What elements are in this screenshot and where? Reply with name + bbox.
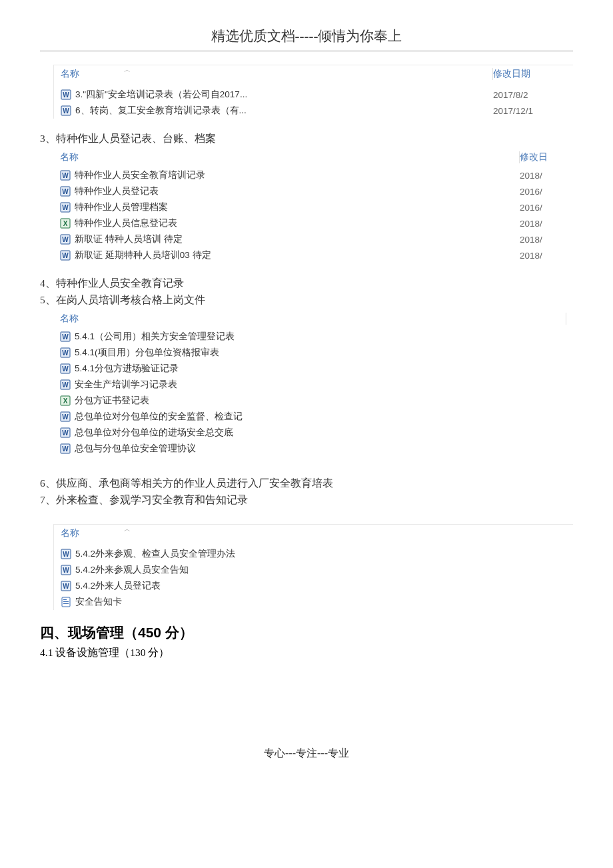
file-list-header: 名称 ︿ 修改日期 [54,65,573,87]
column-header-name[interactable]: 名称 ︿ [61,68,492,80]
file-row[interactable]: 特种作业人员登记表 2016/ [53,183,573,199]
file-name-cell: 特种作业人员管理档案 [60,201,520,213]
file-rows-2: 特种作业人员安全教育培训记录 2018/ 特种作业人员登记表 2016/ 特种作… [53,167,573,263]
file-name-cell: 5.4.2外来参观人员安全告知 [61,564,566,576]
file-row[interactable]: 5.4.1(项目用）分包单位资格报审表 [53,345,573,361]
file-name-text: 分包方证书登记表 [75,395,149,407]
file-name-text: 6、转岗、复工安全教育培训记录表（有... [75,105,247,117]
word-icon [60,427,71,438]
file-name-text: 特种作业人员信息登记表 [75,217,177,229]
section-item-5: 5、在岗人员培训考核合格上岗文件 [40,293,573,307]
column-header-date[interactable]: 修改日 [520,151,566,163]
section-item-3: 3、特种作业人员登记表、台账、档案 [40,132,573,146]
excel-icon [60,218,71,229]
file-name-text: 5.4.1(项目用）分包单位资格报审表 [75,347,219,359]
word-icon [61,581,71,591]
file-name-text: 5.4.1分包方进场验证记录 [75,363,179,375]
file-row[interactable]: 3."四新"安全培训记录表（若公司自2017... 2017/8/2 [54,87,573,103]
file-row[interactable]: 总包单位对分包单位的安全监督、检查记 [53,409,573,425]
file-name-text: 5.4.1（公司用）相关方安全管理登记表 [75,331,235,343]
file-row[interactable]: 总包单位对分包单位的进场安全总交底 [53,425,573,441]
word-icon [61,105,71,116]
file-name-cell: 新取证 特种人员培训 待定 [60,233,520,245]
file-name-text: 5.4.2外来人员登记表 [75,580,161,592]
file-list-3: 名称 5.4.1（公司用）相关方安全管理登记表 5.4.1(项目用）分包单位资格… [53,310,573,457]
file-row[interactable]: 特种作业人员安全教育培训记录 2018/ [53,167,573,183]
section-item-6: 6、供应商、承包商等相关方的作业人员进行入厂安全教育培表 [40,477,573,491]
file-date: 2018/ [520,219,566,229]
file-rows-4: 5.4.2外来参观、检查人员安全管理办法 5.4.2外来参观人员安全告知 5.4… [54,546,573,610]
file-name-cell: 总包单位对分包单位的进场安全总交底 [60,427,566,439]
excel-icon [60,395,71,406]
file-name-cell: 安全告知卡 [61,596,566,608]
file-name-cell: 特种作业人员安全教育培训记录 [60,169,520,181]
file-name-cell: 5.4.2外来人员登记表 [61,580,566,592]
file-row[interactable]: 5.4.1分包方进场验证记录 [53,361,573,377]
file-name-cell: 5.4.1分包方进场验证记录 [60,363,566,375]
file-row[interactable]: 特种作业人员信息登记表 2018/ [53,215,573,231]
file-row[interactable]: 5.4.2外来人员登记表 [54,578,573,594]
column-header-name[interactable]: 名称 [60,313,566,325]
word-icon [61,565,71,575]
word-icon [60,202,71,213]
file-row[interactable]: 新取证 延期特种人员培训03 待定 2018/ [53,247,573,263]
file-row[interactable]: 分包方证书登记表 [53,393,573,409]
file-name-text: 特种作业人员登记表 [75,185,159,197]
file-list-4: 名称 ︿ 5.4.2外来参观、检查人员安全管理办法 5.4.2外来参观人员安全告… [53,524,573,610]
file-name-cell: 特种作业人员登记表 [60,185,520,197]
column-header-name[interactable]: 名称 [60,151,519,163]
file-row[interactable]: 安全生产培训学习记录表 [53,377,573,393]
word-icon [60,331,71,342]
file-name-text: 新取证 特种人员培训 待定 [75,233,183,245]
file-row[interactable]: 6、转岗、复工安全教育培训记录表（有... 2017/12/1 [54,103,573,119]
file-date: 2017/12/1 [493,106,566,116]
word-icon [60,443,71,454]
file-rows-1: 3."四新"安全培训记录表（若公司自2017... 2017/8/2 6、转岗、… [54,87,573,119]
file-name-cell: 5.4.1（公司用）相关方安全管理登记表 [60,331,566,343]
file-name-cell: 新取证 延期特种人员培训03 待定 [60,249,520,261]
file-list-2: 名称 修改日 特种作业人员安全教育培训记录 2018/ 特种作业人员登记表 20… [53,149,573,263]
file-row[interactable]: 总包与分包单位安全管理协议 [53,441,573,457]
file-date: 2018/ [520,171,566,181]
file-name-text: 5.4.2外来参观、检查人员安全管理办法 [75,548,235,560]
file-name-text: 安全告知卡 [75,596,122,608]
word-icon [60,363,71,374]
file-row[interactable]: 5.4.2外来参观、检查人员安全管理办法 [54,546,573,562]
word-icon [60,411,71,422]
section-item-4: 4、特种作业人员安全教育记录 [40,277,573,291]
word-icon [60,379,71,390]
column-header-date[interactable]: 修改日期 [493,68,566,80]
column-header-name[interactable]: 名称 ︿ [61,527,566,539]
doc-icon [61,597,71,607]
file-row[interactable]: 5.4.1（公司用）相关方安全管理登记表 [53,329,573,345]
file-name-cell: 特种作业人员信息登记表 [60,217,520,229]
header-divider [40,51,573,51]
file-date: 2016/ [520,187,566,197]
word-icon [60,186,71,197]
file-name-text: 安全生产培训学习记录表 [75,379,177,391]
file-list-header: 名称 [53,310,573,329]
word-icon [60,250,71,261]
file-row[interactable]: 5.4.2外来参观人员安全告知 [54,562,573,578]
file-list-header: 名称 ︿ [54,525,573,546]
file-row[interactable]: 安全告知卡 [54,594,573,610]
page-footer: 专心---专注---专业 [40,747,573,761]
page-header-title: 精选优质文档-----倾情为你奉上 [40,27,573,45]
file-list-header: 名称 修改日 [53,149,573,167]
word-icon [61,549,71,559]
file-name-cell: 5.4.1(项目用）分包单位资格报审表 [60,347,566,359]
file-name-text: 3."四新"安全培训记录表（若公司自2017... [75,89,247,101]
file-date: 2016/ [520,203,566,213]
file-name-cell: 总包与分包单位安全管理协议 [60,443,566,455]
file-list-1: 名称 ︿ 修改日期 3."四新"安全培训记录表（若公司自2017... 2017… [53,65,573,119]
word-icon [60,347,71,358]
file-row[interactable]: 特种作业人员管理档案 2016/ [53,199,573,215]
file-name-text: 特种作业人员安全教育培训记录 [75,169,205,181]
section-heading-4: 四、现场管理（450 分） [40,623,573,642]
file-row[interactable]: 新取证 特种人员培训 待定 2018/ [53,231,573,247]
file-name-text: 总包单位对分包单位的安全监督、检查记 [75,411,243,423]
file-name-text: 特种作业人员管理档案 [75,201,168,213]
file-name-cell: 安全生产培训学习记录表 [60,379,566,391]
section-subheading-4-1: 4.1 设备设施管理（130 分） [40,646,573,660]
file-name-cell: 总包单位对分包单位的安全监督、检查记 [60,411,566,423]
